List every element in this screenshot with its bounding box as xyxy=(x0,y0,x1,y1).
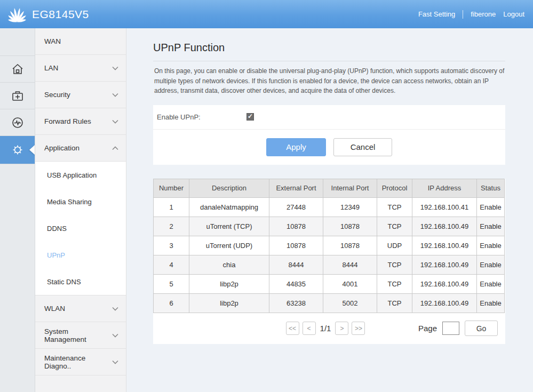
active-section-notch xyxy=(29,145,35,155)
apply-button[interactable]: Apply xyxy=(266,138,326,156)
table-cell: 192.168.100.49 xyxy=(412,217,477,236)
router-admin-page: EG8145V5 Fast Setting fiberone Logout xyxy=(0,0,533,392)
brand: EG8145V5 xyxy=(6,5,89,23)
sidebar-item-wan[interactable]: WAN xyxy=(35,28,126,55)
enable-upnp-label: Enable UPnP: xyxy=(157,113,246,121)
sidebar-item-static-dns[interactable]: Static DNS xyxy=(35,268,126,295)
sidebar-item-usb-application[interactable]: USB Application xyxy=(35,162,126,188)
add-device-nav-button[interactable] xyxy=(0,83,35,109)
chevron-down-icon xyxy=(112,66,118,70)
upnp-mappings-table: NumberDescriptionExternal PortInternal P… xyxy=(153,179,505,313)
sidebar-item-label: UPnP xyxy=(47,251,65,259)
header-links: Fast Setting fiberone Logout xyxy=(418,10,524,19)
chevron-down-icon xyxy=(112,93,118,97)
table-row: 5libp2p448354001TCP192.168.100.49Enable xyxy=(154,274,505,293)
home-icon xyxy=(11,62,25,76)
enable-upnp-checkbox[interactable] xyxy=(246,113,254,121)
sidebar-item-media-sharing[interactable]: Media Sharing xyxy=(35,188,126,215)
table-cell: 192.168.100.41 xyxy=(412,197,477,217)
chevron-down-icon xyxy=(112,307,118,311)
table-header-cell: IP Address xyxy=(412,179,477,197)
go-button[interactable]: Go xyxy=(465,321,498,336)
table-cell: 192.168.100.49 xyxy=(412,236,477,255)
chevron-up-icon xyxy=(112,146,118,150)
table-cell: Enable xyxy=(477,255,505,274)
huawei-logo-icon xyxy=(6,5,28,23)
table-cell: 2 xyxy=(154,217,189,236)
table-cell: Enable xyxy=(477,217,505,236)
page-description: On this page, you can enable or disable … xyxy=(153,61,505,105)
next-page-button[interactable]: > xyxy=(335,322,348,335)
sidebar-item-security[interactable]: Security xyxy=(35,82,126,108)
sidebar-item-label: WLAN xyxy=(44,305,65,313)
table-cell: libp2p xyxy=(189,293,269,313)
table-cell: 5 xyxy=(154,274,189,293)
sidebar-item-label: Static DNS xyxy=(47,278,81,286)
table-cell: 192.168.100.49 xyxy=(412,255,477,274)
table-cell: 4001 xyxy=(323,274,377,293)
sidebar-item-label: System Management xyxy=(44,327,112,343)
upnp-table-body: 1danaleNatmapping2744812349TCP192.168.10… xyxy=(154,197,505,313)
diagnosis-nav-button[interactable] xyxy=(0,109,35,136)
sidebar-item-label: Media Sharing xyxy=(47,198,92,206)
table-cell: TCP xyxy=(377,274,412,293)
table-cell: 192.168.100.49 xyxy=(412,274,477,293)
table-header-cell: External Port xyxy=(269,179,323,197)
fast-setting-link[interactable]: Fast Setting xyxy=(418,10,455,18)
prev-page-button[interactable]: < xyxy=(303,322,316,335)
table-cell: 1 xyxy=(154,197,189,217)
sidebar-item-label: LAN xyxy=(44,64,58,72)
cancel-button[interactable]: Cancel xyxy=(333,138,392,156)
sidebar-item-label: Application xyxy=(44,144,79,152)
table-cell: Enable xyxy=(477,197,505,217)
page-title: UPnP Function xyxy=(153,42,505,61)
last-page-button[interactable]: >> xyxy=(352,322,365,335)
page-jump-label: Page xyxy=(418,324,437,333)
diagnosis-pulse-icon xyxy=(11,116,25,130)
sidebar-item-label: Security xyxy=(44,91,70,99)
first-page-button[interactable]: << xyxy=(286,322,299,335)
sidebar-item-application[interactable]: Application xyxy=(35,135,126,162)
sidebar-item-system-management[interactable]: System Management xyxy=(35,322,126,349)
page-indicator: 1/1 xyxy=(319,324,332,333)
device-model-label: EG8145V5 xyxy=(32,8,89,21)
table-row: 4chia84448444TCP192.168.100.49Enable xyxy=(154,255,505,274)
settings-nav-button[interactable] xyxy=(0,136,35,164)
table-cell: uTorrent (UDP) xyxy=(189,236,269,255)
table-cell: Enable xyxy=(477,236,505,255)
table-cell: TCP xyxy=(377,217,412,236)
table-header-cell: Number xyxy=(154,179,189,197)
toolbox-plus-icon xyxy=(11,89,25,103)
table-cell: 4 xyxy=(154,255,189,274)
chevron-down-icon xyxy=(112,119,118,124)
sidebar-item-wlan[interactable]: WLAN xyxy=(35,295,126,322)
settings-gear-icon xyxy=(11,143,25,157)
header-divider xyxy=(463,10,463,19)
sidebar-item-label: Forward Rules xyxy=(44,117,91,125)
enable-upnp-row: Enable UPnP: xyxy=(153,105,505,130)
username-link[interactable]: fiberone xyxy=(471,10,496,18)
page-number-input[interactable] xyxy=(442,322,459,335)
sidebar-item-ddns[interactable]: DDNS xyxy=(35,215,126,242)
pagination-controls: << < 1/1 > >> xyxy=(286,322,365,335)
table-cell: 10878 xyxy=(269,236,323,255)
home-nav-button[interactable] xyxy=(0,56,35,83)
table-header-cell: Protocol xyxy=(377,179,412,197)
table-row: 3uTorrent (UDP)1087810878UDP192.168.100.… xyxy=(154,236,505,255)
sidebar-item-maintenance-diagnosis[interactable]: Maintenance Diagno.. xyxy=(35,349,126,375)
sidebar-item-forward-rules[interactable]: Forward Rules xyxy=(35,108,126,135)
table-cell: 8444 xyxy=(323,255,377,274)
page-body: WAN LAN Security Forward Rules Applicati… xyxy=(0,28,533,392)
table-cell: chia xyxy=(189,255,269,274)
logout-link[interactable]: Logout xyxy=(503,10,524,18)
upnp-table-card: NumberDescriptionExternal PortInternal P… xyxy=(153,179,505,344)
table-cell: 63238 xyxy=(269,293,323,313)
table-cell: TCP xyxy=(377,197,412,217)
table-header-row: NumberDescriptionExternal PortInternal P… xyxy=(154,179,505,197)
sidebar-item-lan[interactable]: LAN xyxy=(35,55,126,82)
sidebar-item-upnp[interactable]: UPnP xyxy=(35,242,126,268)
sidebar-item-label: DDNS xyxy=(47,225,67,233)
table-cell: uTorrent (TCP) xyxy=(189,217,269,236)
sidebar-item-label: Maintenance Diagno.. xyxy=(44,354,112,370)
table-cell: 192.168.100.49 xyxy=(412,293,477,313)
